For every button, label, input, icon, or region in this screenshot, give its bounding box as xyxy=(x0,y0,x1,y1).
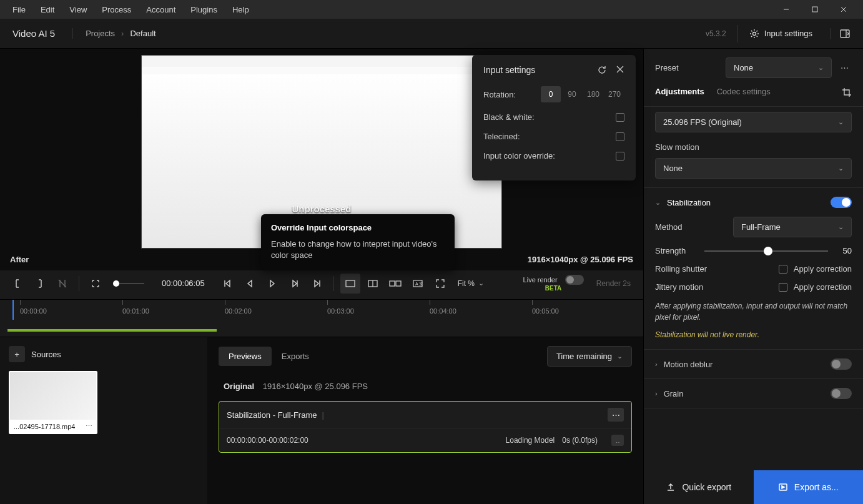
export-icon xyxy=(778,482,788,492)
input-settings-popup: Input settings Rotation: 0 90 180 xyxy=(472,55,636,180)
rotation-90[interactable]: 90 xyxy=(562,86,582,102)
timecode: 00:00:06:05 xyxy=(152,279,215,288)
transport-bar: 00:00:06:05 A文 Fit % ⌄ xyxy=(0,267,643,299)
clear-marks-button[interactable] xyxy=(52,274,72,294)
chevron-right-icon[interactable]: › xyxy=(655,360,658,368)
close-icon[interactable] xyxy=(616,65,624,75)
tab-previews[interactable]: Previews xyxy=(219,347,272,366)
prev-frame-button[interactable] xyxy=(240,274,260,294)
render-button[interactable]: Render 2s xyxy=(596,279,631,288)
menu-help[interactable]: Help xyxy=(225,1,257,18)
rolling-checkbox[interactable] xyxy=(779,265,787,274)
preset-label: Preset xyxy=(655,63,679,72)
job-menu-button[interactable]: ⋯ xyxy=(608,408,624,422)
stabilization-toggle[interactable] xyxy=(831,197,852,208)
rotation-label: Rotation: xyxy=(483,90,516,99)
mark-in-button[interactable] xyxy=(7,274,27,294)
telecined-checkbox[interactable] xyxy=(616,132,624,141)
export-as-button[interactable]: Export as... xyxy=(754,470,864,504)
quick-export-button[interactable]: Quick export xyxy=(644,470,754,504)
play-button[interactable] xyxy=(262,274,282,294)
mark-out-button[interactable] xyxy=(30,274,50,294)
next-frame-button[interactable] xyxy=(285,274,305,294)
tab-codec-settings[interactable]: Codec settings xyxy=(717,87,771,97)
menu-view[interactable]: View xyxy=(62,1,94,18)
menu-process[interactable]: Process xyxy=(94,1,139,18)
next-clip-button[interactable] xyxy=(307,274,327,294)
fullscreen-button[interactable] xyxy=(430,274,450,294)
job-title: Stabilization - Full-Frame xyxy=(227,410,317,420)
color-override-checkbox[interactable] xyxy=(616,152,624,161)
chevron-right-icon[interactable]: › xyxy=(655,390,658,397)
chevron-down-icon[interactable]: ⌄ xyxy=(655,199,661,207)
rotation-270[interactable]: 270 xyxy=(604,86,624,102)
header: Video AI 5 Projects › Default v5.3.2 Inp… xyxy=(0,19,863,49)
view-split-button[interactable] xyxy=(363,274,383,294)
svg-rect-14 xyxy=(396,281,401,286)
prev-clip-button[interactable] xyxy=(217,274,237,294)
zoom-region-button[interactable] xyxy=(86,274,106,294)
motion-deblur-toggle[interactable] xyxy=(831,358,852,370)
tab-adjustments[interactable]: Adjustments xyxy=(655,87,704,97)
strength-slider[interactable] xyxy=(704,250,828,252)
breadcrumb-projects[interactable]: Projects xyxy=(86,29,115,38)
slowmo-select[interactable]: None ⌄ xyxy=(655,158,852,179)
menu-file[interactable]: File xyxy=(5,1,33,18)
timeline[interactable]: 00:00:00 00:01:00 00:02:00 00:03:00 00:0… xyxy=(0,299,643,337)
menu-edit[interactable]: Edit xyxy=(33,1,62,18)
input-settings-button[interactable]: Input settings xyxy=(737,25,819,42)
fps-select[interactable]: 25.096 FPS (Original) ⌄ xyxy=(655,112,852,132)
panel-toggle-button[interactable] xyxy=(830,28,851,39)
stabilization-label: Stabilization xyxy=(667,198,711,207)
svg-text:文: 文 xyxy=(419,282,423,286)
slowmo-label: Slow motion xyxy=(655,142,852,152)
preset-more-button[interactable]: ⋯ xyxy=(837,61,852,76)
job-status: Loading Model xyxy=(506,436,555,445)
tab-exports[interactable]: Exports xyxy=(272,347,319,366)
view-single-button[interactable] xyxy=(340,274,360,294)
compare-ab-button[interactable]: A文 xyxy=(408,274,428,294)
strength-value: 50 xyxy=(837,246,852,255)
menu-account[interactable]: Account xyxy=(139,1,183,18)
time-remaining-dropdown[interactable]: Time remaining ⌄ xyxy=(547,346,632,367)
svg-point-4 xyxy=(752,32,756,35)
tick-2: 00:02:00 xyxy=(225,307,252,315)
job-time: 0s (0.0fps) xyxy=(562,436,598,445)
svg-rect-13 xyxy=(390,281,395,286)
job-card[interactable]: Stabilization - Full-Frame | ⋯ 00:00:00:… xyxy=(219,401,632,453)
jittery-label: Jittery motion xyxy=(655,282,703,292)
resolution-label: 1916×1040px @ 25.096 FPS xyxy=(528,255,633,264)
fit-dropdown[interactable]: Fit % ⌄ xyxy=(453,279,489,288)
bw-checkbox[interactable] xyxy=(616,113,624,122)
rotation-180[interactable]: 180 xyxy=(583,86,603,102)
preset-select[interactable]: None ⌄ xyxy=(726,57,832,78)
menu-plugins[interactable]: Plugins xyxy=(183,1,225,18)
source-thumbnail[interactable]: ...02495-17718.mp4 ⋯ xyxy=(9,371,97,434)
chevron-down-icon: ⌄ xyxy=(478,279,484,287)
add-source-button[interactable]: + xyxy=(9,346,25,362)
more-icon[interactable]: ⋯ xyxy=(86,422,92,430)
mini-playhead[interactable] xyxy=(113,283,144,284)
app-title: Video AI 5 xyxy=(12,28,73,39)
refresh-icon[interactable] xyxy=(597,65,607,75)
grain-toggle[interactable] xyxy=(831,388,852,399)
crop-icon[interactable] xyxy=(842,87,852,97)
view-side-button[interactable] xyxy=(385,274,405,294)
tooltip-popup: Override Input colorspace Enable to chan… xyxy=(261,214,455,270)
chevron-down-icon: ⌄ xyxy=(838,118,844,126)
maximize-button[interactable] xyxy=(801,0,829,19)
minimize-button[interactable] xyxy=(772,0,801,19)
tick-5: 00:05:00 xyxy=(532,307,559,315)
rotation-0[interactable]: 0 xyxy=(541,86,561,102)
jittery-checkbox[interactable] xyxy=(779,283,787,292)
method-select[interactable]: Full-Frame ⌄ xyxy=(733,217,852,237)
live-render-toggle[interactable] xyxy=(565,275,584,285)
grain-label: Grain xyxy=(664,389,684,398)
close-button[interactable] xyxy=(829,0,858,19)
telecined-label: Telecined: xyxy=(483,132,520,141)
breadcrumb-current: Default xyxy=(130,29,155,38)
job-action-button[interactable]: ‥ xyxy=(611,435,624,446)
thumbnail-image xyxy=(10,372,96,420)
beta-badge: BETA xyxy=(545,285,561,292)
original-row: Original 1916×1040px @ 25.096 FPS xyxy=(219,375,632,397)
